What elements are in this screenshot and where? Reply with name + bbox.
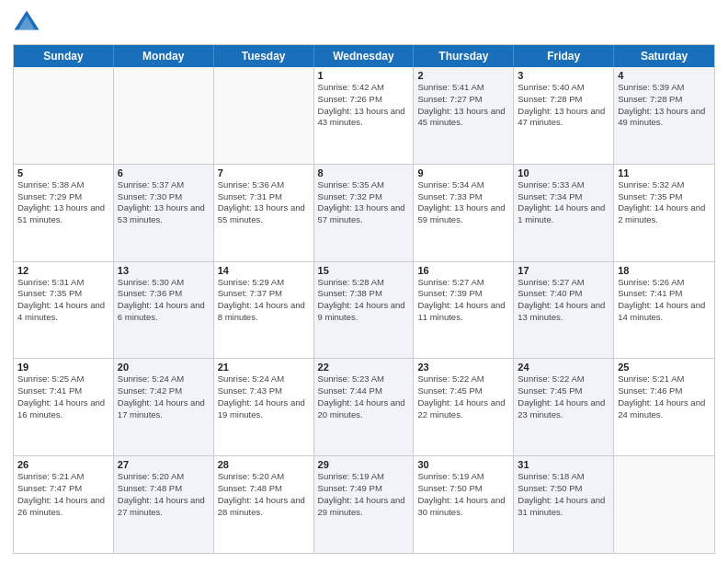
day-number: 15 (318, 265, 410, 276)
calendar-week-1: 1 Sunrise: 5:42 AM Sunset: 7:26 PM Dayli… (14, 67, 714, 165)
daylight-text: Daylight: 14 hours and 24 minutes. (618, 397, 711, 421)
sunrise-text: Sunrise: 5:21 AM (17, 471, 109, 483)
day-cell-7: 7 Sunrise: 5:36 AM Sunset: 7:31 PM Dayli… (214, 165, 314, 261)
sunset-text: Sunset: 7:42 PM (118, 385, 210, 397)
sunrise-text: Sunrise: 5:41 AM (417, 82, 509, 94)
daylight-text: Daylight: 14 hours and 22 minutes. (417, 397, 509, 421)
sunrise-text: Sunrise: 5:29 AM (218, 277, 310, 289)
day-number: 24 (518, 362, 609, 373)
day-cell-13: 13 Sunrise: 5:30 AM Sunset: 7:36 PM Dayl… (114, 262, 214, 359)
calendar-week-4: 19 Sunrise: 5:25 AM Sunset: 7:41 PM Dayl… (14, 359, 714, 456)
day-number: 9 (417, 167, 509, 178)
day-number: 30 (417, 459, 509, 470)
day-number: 6 (118, 167, 210, 178)
sunset-text: Sunset: 7:44 PM (318, 385, 410, 397)
day-number: 5 (17, 167, 109, 178)
daylight-text: Daylight: 14 hours and 23 minutes. (518, 397, 609, 421)
sunrise-text: Sunrise: 5:30 AM (118, 277, 210, 289)
daylight-text: Daylight: 13 hours and 55 minutes. (218, 202, 310, 226)
daylight-text: Daylight: 14 hours and 31 minutes. (518, 495, 609, 519)
header-day-wednesday: Wednesday (314, 45, 415, 67)
sunrise-text: Sunrise: 5:25 AM (17, 373, 109, 385)
day-number: 19 (17, 362, 109, 373)
day-number: 11 (618, 167, 711, 178)
empty-cell (14, 67, 114, 164)
day-cell-19: 19 Sunrise: 5:25 AM Sunset: 7:41 PM Dayl… (14, 359, 114, 455)
day-cell-27: 27 Sunrise: 5:20 AM Sunset: 7:48 PM Dayl… (114, 456, 214, 553)
daylight-text: Daylight: 14 hours and 1 minute. (518, 202, 609, 226)
day-number: 3 (518, 70, 609, 81)
sunset-text: Sunset: 7:50 PM (518, 483, 609, 495)
sunrise-text: Sunrise: 5:39 AM (618, 82, 711, 94)
calendar: SundayMondayTuesdayWednesdayThursdayFrid… (13, 44, 715, 554)
day-number: 14 (218, 265, 310, 276)
calendar-week-2: 5 Sunrise: 5:38 AM Sunset: 7:29 PM Dayli… (14, 165, 714, 262)
day-number: 12 (17, 265, 109, 276)
sunrise-text: Sunrise: 5:35 AM (318, 179, 410, 191)
day-cell-24: 24 Sunrise: 5:22 AM Sunset: 7:45 PM Dayl… (514, 359, 614, 455)
day-cell-23: 23 Sunrise: 5:22 AM Sunset: 7:45 PM Dayl… (414, 359, 514, 455)
header-day-saturday: Saturday (614, 45, 714, 67)
sunset-text: Sunset: 7:26 PM (318, 94, 410, 106)
sunset-text: Sunset: 7:48 PM (118, 483, 210, 495)
daylight-text: Daylight: 13 hours and 43 minutes. (318, 106, 410, 130)
daylight-text: Daylight: 14 hours and 2 minutes. (618, 202, 711, 226)
sunset-text: Sunset: 7:35 PM (618, 191, 711, 203)
day-number: 27 (118, 459, 210, 470)
day-number: 13 (118, 265, 210, 276)
day-cell-31: 31 Sunrise: 5:18 AM Sunset: 7:50 PM Dayl… (514, 456, 614, 553)
day-number: 8 (318, 167, 410, 178)
sunset-text: Sunset: 7:37 PM (218, 288, 310, 300)
sunrise-text: Sunrise: 5:28 AM (318, 277, 410, 289)
day-number: 2 (417, 70, 509, 81)
page: SundayMondayTuesdayWednesdayThursdayFrid… (0, 0, 728, 563)
sunrise-text: Sunrise: 5:26 AM (618, 277, 711, 289)
sunset-text: Sunset: 7:28 PM (618, 94, 711, 106)
daylight-text: Daylight: 14 hours and 29 minutes. (318, 495, 410, 519)
sunrise-text: Sunrise: 5:20 AM (218, 471, 310, 483)
day-cell-17: 17 Sunrise: 5:27 AM Sunset: 7:40 PM Dayl… (514, 262, 614, 359)
day-cell-12: 12 Sunrise: 5:31 AM Sunset: 7:35 PM Dayl… (14, 262, 114, 359)
sunrise-text: Sunrise: 5:18 AM (518, 471, 609, 483)
daylight-text: Daylight: 14 hours and 14 minutes. (618, 300, 711, 324)
day-cell-3: 3 Sunrise: 5:40 AM Sunset: 7:28 PM Dayli… (514, 67, 614, 164)
daylight-text: Daylight: 14 hours and 4 minutes. (17, 300, 109, 324)
daylight-text: Daylight: 14 hours and 6 minutes. (118, 300, 210, 324)
sunrise-text: Sunrise: 5:31 AM (17, 277, 109, 289)
day-number: 7 (218, 167, 310, 178)
day-cell-29: 29 Sunrise: 5:19 AM Sunset: 7:49 PM Dayl… (314, 456, 415, 553)
sunset-text: Sunset: 7:31 PM (218, 191, 310, 203)
sunrise-text: Sunrise: 5:24 AM (218, 373, 310, 385)
day-number: 17 (518, 265, 609, 276)
day-cell-28: 28 Sunrise: 5:20 AM Sunset: 7:48 PM Dayl… (214, 456, 314, 553)
sunrise-text: Sunrise: 5:34 AM (417, 179, 509, 191)
sunrise-text: Sunrise: 5:21 AM (618, 373, 711, 385)
day-cell-22: 22 Sunrise: 5:23 AM Sunset: 7:44 PM Dayl… (314, 359, 415, 455)
sunset-text: Sunset: 7:38 PM (318, 288, 410, 300)
sunrise-text: Sunrise: 5:40 AM (518, 82, 609, 94)
sunset-text: Sunset: 7:45 PM (518, 385, 609, 397)
sunrise-text: Sunrise: 5:42 AM (318, 82, 410, 94)
day-cell-16: 16 Sunrise: 5:27 AM Sunset: 7:39 PM Dayl… (414, 262, 514, 359)
sunset-text: Sunset: 7:32 PM (318, 191, 410, 203)
day-number: 10 (518, 167, 609, 178)
sunrise-text: Sunrise: 5:38 AM (17, 179, 109, 191)
header-day-monday: Monday (114, 45, 214, 67)
day-number: 21 (218, 362, 310, 373)
day-cell-21: 21 Sunrise: 5:24 AM Sunset: 7:43 PM Dayl… (214, 359, 314, 455)
sunset-text: Sunset: 7:43 PM (218, 385, 310, 397)
daylight-text: Daylight: 13 hours and 59 minutes. (417, 202, 509, 226)
header-day-thursday: Thursday (414, 45, 514, 67)
sunset-text: Sunset: 7:48 PM (218, 483, 310, 495)
calendar-week-3: 12 Sunrise: 5:31 AM Sunset: 7:35 PM Dayl… (14, 262, 714, 360)
sunset-text: Sunset: 7:35 PM (17, 288, 109, 300)
day-number: 1 (318, 70, 410, 81)
day-cell-10: 10 Sunrise: 5:33 AM Sunset: 7:34 PM Dayl… (514, 165, 614, 261)
sunset-text: Sunset: 7:50 PM (417, 483, 509, 495)
daylight-text: Daylight: 13 hours and 45 minutes. (417, 106, 509, 130)
day-cell-1: 1 Sunrise: 5:42 AM Sunset: 7:26 PM Dayli… (314, 67, 415, 164)
day-number: 26 (17, 459, 109, 470)
daylight-text: Daylight: 13 hours and 53 minutes. (118, 202, 210, 226)
sunrise-text: Sunrise: 5:27 AM (417, 277, 509, 289)
daylight-text: Daylight: 14 hours and 19 minutes. (218, 397, 310, 421)
